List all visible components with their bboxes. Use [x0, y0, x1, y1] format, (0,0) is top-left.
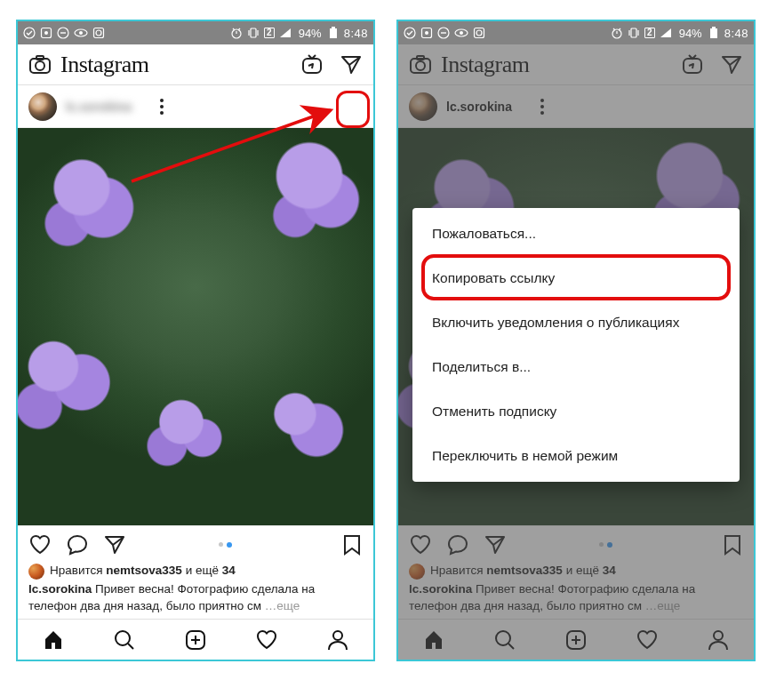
dnd-icon	[437, 27, 450, 39]
caption-username[interactable]: lc.sorokina	[409, 582, 472, 596]
nav-profile[interactable]	[325, 628, 350, 652]
svg-point-1	[24, 28, 35, 38]
svg-point-20	[36, 61, 44, 70]
camera-icon[interactable]	[409, 53, 432, 76]
svg-point-34	[404, 28, 415, 38]
alarm-icon	[230, 27, 243, 39]
post-image[interactable]	[18, 128, 373, 525]
clock-time: 8:48	[724, 27, 748, 40]
liker-avatar	[28, 564, 44, 580]
svg-point-58	[540, 105, 544, 108]
direct-icon[interactable]	[340, 53, 363, 76]
check-icon	[404, 27, 416, 39]
phone-left: 2 94% 8:48 Instagram lc.sorokina	[16, 20, 375, 661]
post-username[interactable]: lc.sorokina	[446, 100, 512, 114]
like-icon[interactable]	[28, 533, 52, 556]
post-header: lc.sorokina	[18, 85, 373, 128]
app-header: Instagram	[398, 44, 754, 85]
svg-line-46	[619, 28, 620, 30]
post-username[interactable]: lc.sorokina	[66, 100, 132, 114]
comment-icon[interactable]	[66, 533, 89, 556]
kebab-icon	[540, 99, 544, 115]
dnd-icon	[57, 27, 69, 39]
sync-icon	[40, 27, 52, 39]
home-icon	[42, 628, 65, 652]
liker-name: nemtsova335	[486, 564, 563, 577]
svg-rect-51	[712, 27, 716, 28]
like-icon[interactable]	[409, 533, 432, 556]
svg-line-45	[613, 28, 615, 30]
nav-add[interactable]	[564, 628, 588, 652]
likes-row[interactable]: Нравится nemtsova335 и ещё 34	[409, 563, 743, 580]
app-icon	[473, 27, 485, 39]
popup-item-notifications[interactable]: Включить уведомления о публикациях	[412, 300, 740, 345]
svg-point-28	[116, 631, 130, 645]
share-icon[interactable]	[103, 533, 126, 556]
bookmark-icon[interactable]	[341, 533, 363, 556]
phone-right: 2 94% 8:48 Instagram lc.sorokina	[396, 20, 756, 661]
igtv-icon[interactable]	[300, 53, 324, 76]
nav-add[interactable]	[183, 628, 208, 652]
carousel-indicator	[219, 542, 232, 548]
likes-and-more: и ещё	[182, 564, 222, 577]
battery-pct: 94%	[679, 27, 702, 40]
home-icon	[422, 628, 445, 652]
nav-search[interactable]	[492, 628, 517, 652]
svg-rect-41	[475, 28, 484, 38]
popup-item-share[interactable]: Поделиться в...	[412, 345, 740, 389]
svg-point-57	[540, 99, 544, 102]
profile-icon	[707, 628, 730, 652]
likes-row[interactable]: Нравится nemtsova335 и ещё 34	[28, 563, 363, 580]
svg-rect-17	[330, 28, 337, 38]
likes-prefix: Нравится	[430, 564, 486, 577]
nav-activity[interactable]	[635, 628, 660, 652]
svg-point-66	[714, 631, 723, 640]
signal-icon	[660, 28, 672, 38]
comment-icon[interactable]	[446, 533, 469, 556]
svg-point-42	[476, 30, 482, 36]
popup-item-unfollow[interactable]: Отменить подписку	[412, 389, 740, 434]
caption-more[interactable]: …еще	[642, 599, 680, 612]
svg-line-29	[128, 644, 133, 649]
avatar[interactable]	[28, 92, 57, 121]
search-icon	[493, 628, 516, 652]
likes-prefix: Нравится	[50, 564, 106, 577]
likes-count: 34	[603, 564, 616, 577]
nav-home[interactable]	[421, 628, 446, 652]
likes-count: 34	[222, 564, 236, 577]
action-row	[398, 525, 754, 563]
app-header: Instagram	[18, 44, 373, 85]
camera-icon[interactable]	[28, 53, 52, 76]
add-icon	[184, 628, 207, 652]
battery-icon	[709, 27, 718, 39]
nav-home[interactable]	[41, 628, 66, 652]
search-icon	[113, 628, 136, 652]
more-button[interactable]	[530, 94, 555, 119]
svg-point-40	[460, 31, 463, 35]
svg-point-61	[496, 631, 510, 645]
status-bar: 2 94% 8:48	[398, 21, 754, 44]
more-button[interactable]	[149, 94, 174, 119]
instagram-logo: Instagram	[60, 52, 148, 78]
share-icon[interactable]	[484, 533, 507, 556]
caption-username[interactable]: lc.sorokina	[28, 582, 92, 596]
igtv-icon[interactable]	[681, 53, 704, 76]
direct-icon[interactable]	[720, 53, 743, 76]
sync-icon	[420, 27, 433, 39]
svg-rect-18	[332, 27, 335, 28]
nav-profile[interactable]	[706, 628, 731, 652]
svg-point-9	[96, 30, 101, 36]
caption-more[interactable]: …еще	[261, 599, 300, 612]
popup-item-report[interactable]: Пожаловаться...	[412, 212, 740, 256]
nav-activity[interactable]	[254, 628, 279, 652]
popup-item-mute[interactable]: Переключить в немой режим	[412, 434, 740, 478]
svg-line-12	[233, 28, 235, 30]
bookmark-icon[interactable]	[722, 533, 743, 556]
action-row	[18, 525, 373, 563]
avatar[interactable]	[409, 92, 437, 121]
svg-point-53	[416, 61, 425, 70]
nav-search[interactable]	[112, 628, 137, 652]
post-meta: Нравится nemtsova335 и ещё 34 lc.sorokin…	[18, 563, 373, 619]
battery-pct: 94%	[299, 27, 322, 40]
popup-item-copy-link[interactable]: Копировать ссылку	[412, 256, 740, 300]
